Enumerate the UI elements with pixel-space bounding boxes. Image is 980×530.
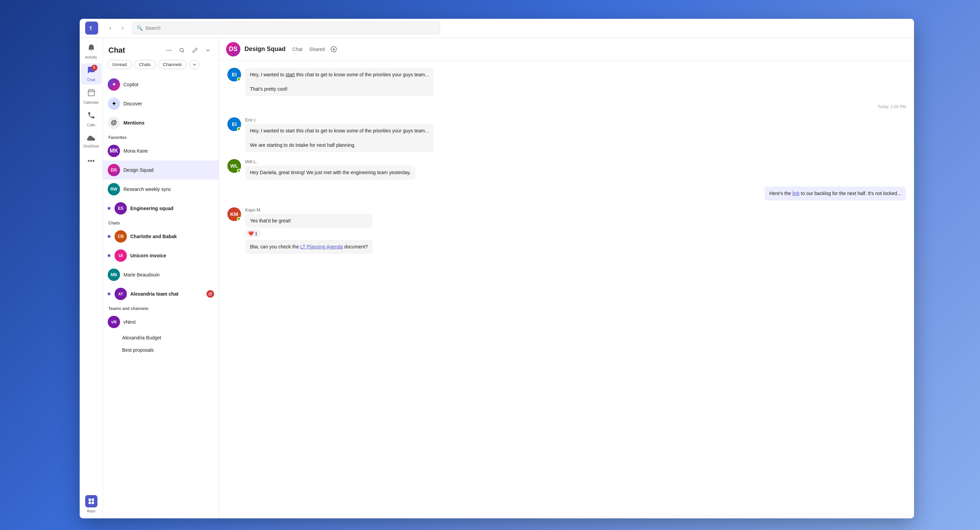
- sidebar-item-chat[interactable]: 5 Chat: [81, 63, 102, 85]
- marie-name: Marie Beaudouin: [123, 272, 160, 278]
- copilot-item[interactable]: ✦ Copilot: [103, 75, 219, 94]
- chat-header-tag: Chat: [292, 46, 302, 52]
- activity-label: Activity: [85, 55, 97, 59]
- chat-item-charlotte-babak[interactable]: CB Charlotte and Babak: [103, 227, 219, 246]
- engineering-squad-avatar: ES: [115, 202, 127, 214]
- add-tab-button[interactable]: [329, 45, 339, 54]
- search-bar[interactable]: 🔍: [132, 22, 440, 34]
- chat-item-vnext[interactable]: vN vNext: [103, 312, 219, 332]
- charlotte-babak-name: Charlotte and Babak: [130, 234, 177, 239]
- svg-rect-6: [92, 501, 94, 504]
- svg-point-7: [167, 49, 167, 51]
- search-input[interactable]: [145, 25, 436, 31]
- message-group-1: EI Hey, I wanted to start this chat to g…: [228, 68, 906, 96]
- chat-panel-actions: [164, 45, 213, 56]
- more-button[interactable]: •••: [85, 155, 97, 167]
- message-group-2: EI Eric I. Hey, I wanted to start this c…: [228, 117, 906, 152]
- chat-header-shared: Shared: [309, 46, 325, 52]
- filter-expand-button[interactable]: [202, 45, 213, 56]
- chat-panel-header: Chat: [103, 38, 219, 60]
- chat-badge: 5: [91, 65, 97, 71]
- chat-item-best-proposals[interactable]: Best proposals: [103, 344, 219, 356]
- mentions-item[interactable]: @ Mentions: [103, 113, 219, 132]
- chat-item-marie[interactable]: MB Marie Beaudouin: [103, 265, 219, 284]
- svg-rect-3: [89, 498, 91, 501]
- unread-dot-alexandria: [108, 292, 110, 295]
- chat-item-alexandria-team[interactable]: AT Alexandria team chat @: [103, 284, 219, 303]
- alexandria-team-avatar: AT: [115, 288, 127, 300]
- msg-content-2: Eric I. Hey, I wanted to start this chat…: [245, 117, 434, 152]
- svg-rect-2: [88, 90, 94, 96]
- calls-icon: [87, 111, 95, 121]
- chat-icon: 5: [87, 66, 95, 76]
- chat-item-alex-budget[interactable]: Alexandria Budget: [103, 332, 219, 344]
- msg-bubble-1: Hey, I wanted to start this chat to get …: [245, 68, 434, 96]
- apps-label: Apps: [87, 509, 95, 513]
- mentions-icon: @: [108, 117, 120, 129]
- back-button[interactable]: ‹: [105, 22, 116, 34]
- svg-rect-4: [92, 498, 94, 501]
- chat-item-unicorn-invoice[interactable]: UI Unicorn invoice: [103, 246, 219, 265]
- sidebar-item-calls[interactable]: Calls: [81, 109, 102, 130]
- chat-item-research-weekly[interactable]: RW Research weekly sync: [103, 180, 219, 199]
- sidebar-item-onedrive[interactable]: OneDrive: [81, 131, 102, 151]
- underline-start: start: [286, 72, 295, 77]
- filter-chats[interactable]: Chats: [134, 60, 156, 69]
- copilot-icon: ✦: [108, 78, 120, 91]
- filter-channels[interactable]: Channels: [158, 60, 187, 69]
- msg-content-4: Here's the link to our backlog for the n…: [765, 187, 906, 201]
- discover-item[interactable]: ✦ Discover: [103, 94, 219, 113]
- unread-dot: [108, 207, 110, 210]
- msg-avatar-1: EI: [228, 68, 241, 81]
- unicorn-invoice-name: Unicorn invoice: [130, 253, 166, 258]
- apps-button[interactable]: Apps: [85, 495, 97, 513]
- chat-panel-title: Chat: [108, 46, 125, 55]
- search-chat-button[interactable]: [177, 45, 188, 56]
- onedrive-icon: [87, 134, 95, 143]
- online-indicator-2: [237, 127, 241, 131]
- msg-bubble-4: Here's the link to our backlog for the n…: [765, 187, 906, 201]
- online-indicator: [237, 77, 241, 81]
- chat-item-mona[interactable]: MK Mona Kane: [103, 141, 219, 160]
- reaction-heart[interactable]: ❤️ 1: [245, 230, 261, 237]
- message-group-3: WL Will L. Hey Daniela, great timing! We…: [228, 159, 906, 180]
- msg-avatar-3: WL: [228, 159, 241, 173]
- filter-more-button[interactable]: [190, 60, 199, 69]
- compose-button[interactable]: [189, 45, 200, 56]
- lt-planning-link[interactable]: LT Planning Agenda: [300, 244, 343, 249]
- onedrive-label: OneDrive: [83, 144, 99, 148]
- unread-dot-unicorn: [108, 254, 110, 257]
- more-options-button[interactable]: [164, 45, 174, 56]
- activity-bar: Activity 5 Chat: [80, 38, 103, 518]
- main-content: Activity 5 Chat: [80, 38, 914, 518]
- teams-logo-icon: T: [85, 22, 98, 35]
- vnext-name: vNext: [123, 319, 136, 325]
- msg-sender-3: Will L.: [245, 159, 415, 164]
- message-group-4: Here's the link to our backlog for the n…: [228, 187, 906, 201]
- sidebar-item-calendar[interactable]: Calendar: [81, 86, 102, 107]
- chat-header-name: Design Squad: [245, 46, 286, 53]
- teams-window: T ‹ › 🔍 Activity: [80, 19, 914, 518]
- chat-item-engineering-squad[interactable]: ES Engineering squad: [103, 199, 219, 218]
- discover-icon: ✦: [108, 97, 120, 110]
- search-icon: 🔍: [137, 25, 143, 31]
- discover-name: Discover: [123, 101, 142, 106]
- backlog-link[interactable]: link: [792, 191, 799, 196]
- msg-bubble-5b: Btw, can you check the LT Planning Agend…: [245, 240, 373, 254]
- chat-header-avatar: DS: [226, 42, 240, 56]
- mentions-name: Mentions: [123, 120, 144, 126]
- sidebar-item-activity[interactable]: Activity: [81, 41, 102, 62]
- apps-icon: [85, 495, 97, 508]
- svg-rect-5: [89, 501, 91, 504]
- chat-list: ✦ Copilot ✦ Discover @ Mentions: [103, 73, 219, 518]
- mona-name: Mona Kane: [123, 148, 148, 153]
- calls-label: Calls: [87, 123, 95, 127]
- filter-unread[interactable]: Unread: [107, 60, 132, 69]
- forward-button[interactable]: ›: [117, 22, 128, 34]
- chat-header: DS Design Squad Chat Shared: [219, 38, 914, 61]
- design-squad-name: Design Squad: [123, 167, 154, 173]
- unread-dot-charlotte: [108, 235, 110, 238]
- msg-avatar-2: EI: [228, 117, 241, 131]
- chat-item-design-squad[interactable]: DS Design Squad: [103, 160, 219, 180]
- vnext-avatar: vN: [108, 316, 120, 328]
